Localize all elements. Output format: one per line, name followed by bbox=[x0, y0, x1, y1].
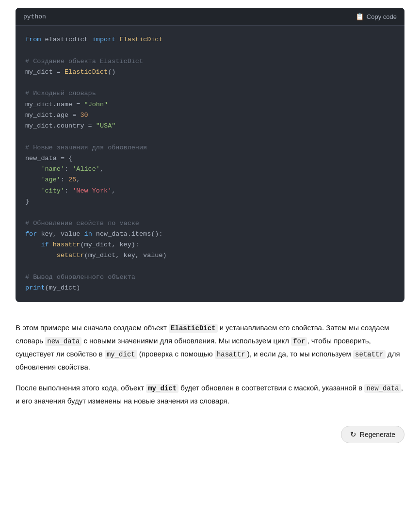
inline-code-for: for bbox=[291, 337, 307, 346]
inline-code-elasticdict-1: ElasticDict bbox=[169, 324, 217, 333]
copy-code-button[interactable]: 📋 Copy code bbox=[355, 13, 397, 20]
paragraph-1: В этом примере мы сначала создаем объект… bbox=[16, 322, 404, 373]
prose-section: В этом примере мы сначала создаем объект… bbox=[0, 310, 420, 421]
copy-label: Copy code bbox=[367, 13, 397, 20]
inline-code-new-data-2: new_data bbox=[364, 384, 401, 393]
regenerate-label: Regenerate bbox=[360, 431, 395, 438]
code-pre: from elasticdict import ElasticDict # Со… bbox=[25, 34, 395, 293]
code-block-header: python 📋 Copy code bbox=[16, 8, 404, 26]
regenerate-icon: ↻ bbox=[350, 430, 356, 439]
regenerate-button[interactable]: ↻ Regenerate bbox=[341, 426, 404, 443]
inline-code-my-dict-1: my_dict bbox=[105, 350, 137, 359]
inline-code-new-data-1: new_data bbox=[45, 337, 81, 346]
code-content: from elasticdict import ElasticDict # Со… bbox=[16, 26, 404, 302]
code-block: python 📋 Copy code from elasticdict impo… bbox=[16, 8, 404, 302]
inline-code-setattr: setattr bbox=[353, 350, 386, 359]
code-language: python bbox=[23, 13, 46, 20]
regenerate-bar: ↻ Regenerate bbox=[0, 422, 420, 453]
inline-code-my-dict-2: my_dict bbox=[146, 384, 178, 393]
paragraph-2: После выполнения этого кода, объект my_d… bbox=[16, 382, 404, 407]
copy-icon: 📋 bbox=[355, 13, 364, 20]
inline-code-hasattr: hasattr bbox=[215, 350, 247, 359]
